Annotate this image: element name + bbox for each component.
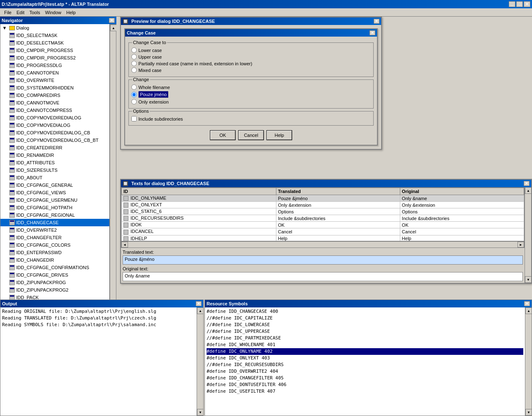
nav-item-idd_sizeresults[interactable]: IDD_SIZERESULTS [0, 166, 109, 174]
dialog-icon [9, 84, 15, 91]
resource-scroll-track[interactable] [525, 314, 532, 409]
nav-item-idd_cfgpage_colors[interactable]: IDD_CFGPAGE_COLORS [0, 241, 109, 249]
table-row[interactable]: IDC_ONLYEXT Only &extension Only &extens… [122, 202, 524, 208]
texts-close-button[interactable]: ✕ [524, 181, 530, 186]
nav-item-idd_copymovediredialog_cb_bt[interactable]: IDD_COPYMOVEDIREDIALOG_CB_BT [0, 136, 109, 144]
menu-file[interactable]: File [2, 9, 14, 16]
change-case-close-button[interactable]: ✕ [369, 30, 375, 35]
nav-item-idd_cfgpage_confirmations[interactable]: IDD_CFGPAGE_CONFIRMATIONS [0, 264, 109, 271]
menu-help[interactable]: Help [64, 9, 79, 16]
output-scroll-up[interactable]: ▲ [197, 307, 203, 314]
svg-rect-17 [10, 93, 14, 94]
resource-scroll-up[interactable]: ▲ [525, 307, 532, 314]
resource-close-button[interactable]: ✕ [524, 301, 530, 306]
scroll-up-arrow[interactable]: ▲ [110, 25, 116, 31]
nav-item-idd_enterpasswd[interactable]: IDD_ENTERPASSWD [0, 249, 109, 256]
radio-mixed-case[interactable]: Mixed case [131, 67, 371, 73]
resource-scrollbar[interactable]: ▲ ▼ [525, 307, 532, 416]
navigator-close-button[interactable]: ✕ [109, 18, 115, 23]
dialog-icon [9, 114, 15, 121]
nav-item-idd_comparedirs[interactable]: IDD_COMPAREDIRS [0, 92, 109, 99]
nav-item-idd_copymovediredialog[interactable]: IDD_COPYMOVEDIREDIALOG [0, 114, 109, 121]
resource-line: #define IDD_OVERWRITE2 404 [207, 368, 523, 375]
nav-item-idd_cmpdir_progress2[interactable]: IDD_CMPDIR_PROGRESS2 [0, 54, 109, 62]
close-main-button[interactable]: ✕ [524, 1, 530, 7]
radio-partial-mixed[interactable]: Partially mixed case (name in mixed, ext… [131, 61, 371, 66]
ok-button[interactable]: OK [210, 131, 235, 140]
nav-item-idd_createdirerr[interactable]: IDD_CREATEDIRERR [0, 144, 109, 151]
translated-text-box[interactable]: Pouze &jméno [123, 255, 523, 265]
nav-item-idd_deselectmask[interactable]: IDD_DESELECTMASK [0, 39, 109, 47]
nav-item-idd_attributes[interactable]: IDD_ATTRIBUTES [0, 159, 109, 166]
texts-scroll-up[interactable]: ▲ [525, 187, 532, 194]
texts-vertical-scrollbar[interactable]: ▲ ▼ [525, 187, 531, 283]
radio-pouze-jmeno[interactable]: Pouze jméno [131, 91, 371, 98]
menu-tools[interactable]: Tools [27, 9, 43, 16]
table-row[interactable]: IDC_RECURSESUBDIRS Include &subdirectori… [122, 215, 524, 222]
texts-scroll-track[interactable] [525, 194, 531, 276]
svg-rect-57 [10, 243, 14, 244]
radio-only-extension[interactable]: Only extension [131, 99, 371, 104]
table-row[interactable]: IDC_ONLYNAME Pouze &jméno Only &name [122, 195, 524, 202]
svg-rect-13 [10, 78, 14, 79]
nav-item-idd_cfgpage_views[interactable]: IDD_CFGPAGE_VIEWS [0, 189, 109, 196]
nav-item-idd_about[interactable]: IDD_ABOUT [0, 174, 109, 181]
help-button[interactable]: Help [267, 131, 292, 140]
nav-item-idd_cannotopen[interactable]: IDD_CANNOTOPEN [0, 69, 109, 77]
dialog-icon [9, 182, 15, 188]
nav-item-idd_overwrite2[interactable]: IDD_OVERWRITE2 [0, 226, 109, 234]
maximize-button[interactable]: □ [516, 1, 523, 7]
horizontal-scrollbar[interactable]: ◄ ► [121, 241, 525, 248]
nav-item-idd_changedir[interactable]: IDD_CHANGEDIR [0, 256, 109, 264]
radio-upper-case[interactable]: Upper case [131, 54, 371, 59]
table-row[interactable]: IDC_STATIC_6 Options Options [122, 208, 524, 215]
nav-item-idd_cannotcompress[interactable]: IDD_CANNOTCOMPRESS [0, 106, 109, 114]
nav-item-idd_cannotmove[interactable]: IDD_CANNOTMOVE [0, 99, 109, 106]
checkbox-include-subdirs[interactable]: Include subdirectories [131, 116, 371, 121]
nav-item-idd_changefilter[interactable]: IDD_CHANGEFILTER [0, 234, 109, 241]
table-row[interactable]: IDHELP Help Help [122, 235, 524, 241]
nav-item-idd_copymovediredialog_cb[interactable]: IDD_COPYMOVEDIREDIALOG_CB [0, 129, 109, 136]
menu-edit[interactable]: Edit [14, 9, 27, 16]
nav-item-idd_cfgpage_general[interactable]: IDD_CFGPAGE_GENERAL [0, 181, 109, 189]
h-scroll-left[interactable]: ◄ [121, 242, 128, 248]
h-scroll-right[interactable]: ► [517, 242, 524, 248]
radio-lower-case[interactable]: Lower case [131, 47, 371, 53]
nav-item-idd_selectmask[interactable]: IDD_SELECTMASK [0, 32, 109, 39]
preview-close-button[interactable]: ✕ [374, 19, 379, 24]
menu-window[interactable]: Window [42, 9, 64, 16]
resource-scroll-down[interactable]: ▼ [525, 409, 532, 416]
nav-item-idd_zipunpackprog2[interactable]: IDD_ZIPUNPACKPROG2 [0, 286, 109, 294]
nav-item-idd_renamedir[interactable]: IDD_RENAMEDIR [0, 151, 109, 159]
nav-item-idd_overwrite[interactable]: IDD_OVERWRITE [0, 77, 109, 84]
nav-root-dialog[interactable]: ▼ Dialog [0, 24, 109, 32]
svg-rect-65 [10, 273, 14, 274]
nav-items-list: IDD_SELECTMASK IDD_DESELECTMASK IDD_CMPD… [0, 32, 109, 339]
svg-rect-25 [10, 123, 14, 124]
nav-item-idd_changecase[interactable]: IDD_CHANGECASE [0, 219, 109, 226]
texts-scroll-down[interactable]: ▼ [525, 276, 532, 283]
nav-item-idd_zipunpackprog[interactable]: IDD_ZIPUNPACKPROG [0, 279, 109, 286]
output-close-button[interactable]: ✕ [196, 301, 202, 306]
dialog-icon [9, 197, 15, 203]
output-scroll-down[interactable]: ▼ [197, 409, 203, 416]
nav-item-idd_cfgpage_usermenu[interactable]: IDD_CFGPAGE_USERMENU [0, 196, 109, 204]
nav-item-idd_cfgpage_drives[interactable]: IDD_CFGPAGE_DRIVES [0, 271, 109, 279]
nav-item-idd_copymovedialog[interactable]: IDD_COPYMOVEDIALOG [0, 121, 109, 129]
change-case-title-text: Change Case [127, 30, 156, 35]
table-row[interactable]: IDOK OK OK [122, 222, 524, 228]
original-label: Original text: [123, 266, 523, 271]
radio-whole-filename[interactable]: Whole filename [131, 84, 371, 90]
nav-item-idd_cfgpage_regional[interactable]: IDD_CFGPAGE_REGIONAL [0, 211, 109, 219]
cancel-button[interactable]: Cancel [239, 131, 264, 140]
dialog-icon [9, 264, 15, 271]
nav-item-idd_cfgpage_hotpath[interactable]: IDD_CFGPAGE_HOTPATH [0, 204, 109, 211]
nav-item-idd_systemmorhidden[interactable]: IDD_SYSTEMMORHIDDEN [0, 84, 109, 92]
minimize-button[interactable]: _ [509, 1, 515, 7]
table-row[interactable]: IDCANCEL Cancel Cancel [122, 228, 524, 235]
output-scrollbar[interactable]: ▲ ▼ [197, 307, 203, 416]
output-scroll-track[interactable] [197, 314, 203, 409]
nav-item-idd_progressdlg[interactable]: IDD_PROGRESSDLG [0, 62, 109, 69]
nav-item-idd_cmpdir_progress[interactable]: IDD_CMPDIR_PROGRESS [0, 47, 109, 54]
change-group-label: Change [132, 77, 150, 82]
